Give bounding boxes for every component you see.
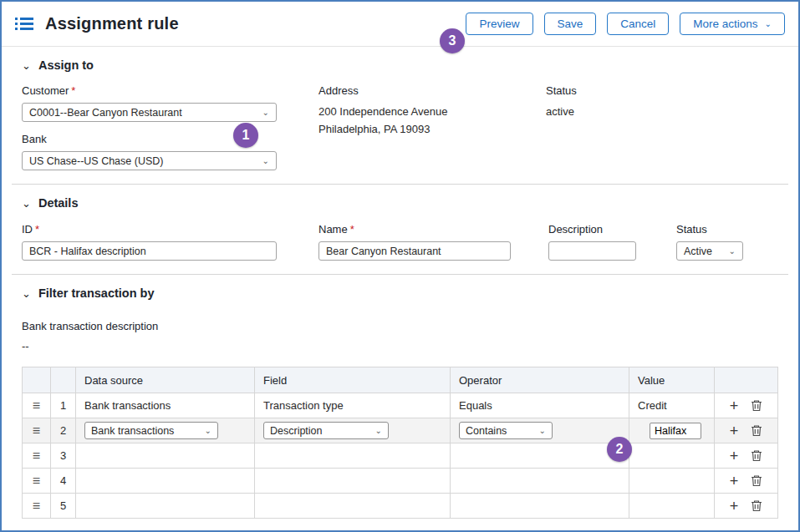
- chevron-down-icon: ⌄: [375, 427, 382, 435]
- row-number: 2: [51, 418, 76, 443]
- number-column-header: [51, 367, 76, 393]
- details-title: ⌄ Details: [22, 196, 778, 210]
- cell-value: Credit: [629, 393, 715, 418]
- cell-operator: Equals: [451, 393, 629, 418]
- annotation-step-3: 3: [440, 28, 465, 53]
- description-label: Description: [548, 223, 636, 236]
- table-row-2: ≡ 2 Bank transactions ⌄ Description ⌄ Co…: [23, 418, 778, 443]
- add-row-icon[interactable]: +: [730, 398, 739, 413]
- table-row-1: ≡ 1 Bank transactions Transaction type E…: [23, 393, 778, 418]
- delete-row-icon[interactable]: [751, 474, 762, 487]
- data-source-select[interactable]: Bank transactions ⌄: [84, 422, 218, 439]
- assign-to-status-column: Status active: [546, 84, 577, 170]
- filter-title: ⌄ Filter transaction by: [22, 286, 778, 300]
- name-input[interactable]: [318, 241, 511, 261]
- col-header-operator: Operator: [451, 367, 629, 393]
- status-select-value: Active: [684, 246, 712, 257]
- operator-select-value: Contains: [466, 425, 507, 437]
- filter-subtitle-value: --: [22, 340, 778, 352]
- collapse-chevron-icon[interactable]: ⌄: [22, 288, 31, 299]
- assignment-rule-page: Assignment rule Preview Save Cancel More…: [0, 0, 800, 532]
- required-marker: *: [350, 223, 354, 236]
- assign-to-title: ⌄ Assign to: [22, 58, 778, 72]
- preview-button[interactable]: Preview: [466, 13, 532, 35]
- assign-to-title-label: Assign to: [38, 58, 94, 72]
- collapse-chevron-icon[interactable]: ⌄: [22, 198, 31, 209]
- id-label: ID*: [22, 223, 277, 236]
- list-menu-icon[interactable]: [15, 17, 33, 31]
- assign-status-label: Status: [546, 84, 577, 97]
- details-fields-row: ID* Name* Description Status Active ⌄: [22, 223, 778, 261]
- name-field-group: Name*: [318, 223, 511, 261]
- drag-handle-icon[interactable]: ≡: [33, 499, 40, 513]
- cancel-button[interactable]: Cancel: [607, 13, 669, 35]
- add-row-icon[interactable]: +: [730, 448, 739, 464]
- add-row-icon[interactable]: +: [730, 423, 739, 438]
- table-row-5: ≡ 5 +: [23, 494, 778, 519]
- operator-select[interactable]: Contains ⌄: [459, 422, 553, 439]
- assign-status-value: active: [546, 103, 577, 120]
- chevron-down-icon: ⌄: [205, 427, 211, 435]
- filter-section: ⌄ Filter transaction by Bank transaction…: [2, 275, 798, 519]
- chevron-down-icon: ⌄: [262, 157, 269, 165]
- name-label: Name*: [318, 223, 511, 236]
- cell-field: Transaction type: [255, 393, 451, 418]
- bank-select[interactable]: US Chase--US Chase (USD) ⌄: [22, 151, 277, 170]
- topbar-actions: Preview Save Cancel More actions ⌄: [466, 13, 785, 35]
- address-line-2: Philadelphia, PA 19093: [318, 120, 546, 138]
- drag-handle-icon[interactable]: ≡: [33, 423, 40, 438]
- filter-rules-table: Data source Field Operator Value ≡ 1 Ban…: [22, 367, 778, 519]
- save-button[interactable]: Save: [544, 13, 597, 35]
- row-number: 3: [51, 443, 76, 469]
- row-number: 5: [51, 494, 76, 519]
- id-field-group: ID*: [22, 223, 277, 261]
- customer-label: Customer*: [22, 84, 318, 97]
- add-row-icon[interactable]: +: [730, 499, 739, 514]
- row-number: 4: [51, 469, 76, 494]
- delete-row-icon[interactable]: [751, 424, 762, 437]
- col-header-actions: [715, 367, 778, 393]
- cell-data-source: Bank transactions: [76, 393, 255, 418]
- bank-label: Bank: [22, 133, 318, 145]
- assign-to-address-column: Address 200 Independence Avenue Philadel…: [318, 84, 546, 170]
- table-header-row: Data source Field Operator Value: [23, 367, 778, 393]
- assign-to-grid: Customer* C0001--Bear Canyon Restaurant …: [22, 84, 778, 170]
- table-row-4: ≡ 4 +: [23, 469, 778, 494]
- more-actions-label: More actions: [693, 18, 757, 30]
- chevron-down-icon: ⌄: [765, 20, 772, 28]
- more-actions-button[interactable]: More actions ⌄: [680, 13, 785, 35]
- assign-to-section: ⌄ Assign to Customer* C0001--Bear Canyon…: [2, 47, 798, 170]
- description-field-group: Description: [548, 223, 636, 261]
- field-select-value: Description: [270, 425, 323, 437]
- delete-row-icon[interactable]: [751, 399, 762, 412]
- data-source-select-value: Bank transactions: [91, 425, 174, 437]
- col-header-value: Value: [629, 367, 715, 393]
- filter-title-label: Filter transaction by: [38, 286, 155, 300]
- annotation-step-2: 2: [607, 437, 632, 462]
- field-select[interactable]: Description ⌄: [263, 422, 389, 439]
- page-title: Assignment rule: [45, 14, 179, 33]
- filter-subtitle: Bank transaction description: [22, 320, 778, 332]
- col-header-field: Field: [255, 367, 451, 393]
- delete-row-icon[interactable]: [751, 499, 762, 512]
- customer-select[interactable]: C0001--Bear Canyon Restaurant ⌄: [22, 103, 277, 122]
- drag-handle-icon[interactable]: ≡: [33, 398, 40, 413]
- table-row-3: ≡ 3 +: [23, 443, 778, 469]
- drag-handle-icon[interactable]: ≡: [33, 474, 40, 488]
- row-number: 1: [51, 393, 76, 418]
- status-select[interactable]: Active ⌄: [676, 241, 743, 261]
- customer-select-value: C0001--Bear Canyon Restaurant: [29, 107, 182, 119]
- description-input[interactable]: [548, 241, 636, 261]
- value-input[interactable]: [650, 423, 701, 439]
- details-status-label: Status: [676, 223, 743, 236]
- assign-to-left-column: Customer* C0001--Bear Canyon Restaurant …: [22, 84, 318, 170]
- id-input[interactable]: [22, 241, 277, 261]
- drag-handle-icon[interactable]: ≡: [33, 448, 40, 463]
- add-row-icon[interactable]: +: [730, 474, 739, 489]
- chevron-down-icon: ⌄: [539, 427, 546, 435]
- col-header-data-source: Data source: [76, 367, 255, 393]
- collapse-chevron-icon[interactable]: ⌄: [22, 60, 31, 71]
- drag-column-header: [23, 367, 51, 393]
- delete-row-icon[interactable]: [751, 449, 762, 462]
- details-section: ⌄ Details ID* Name* Description Stat: [2, 185, 798, 261]
